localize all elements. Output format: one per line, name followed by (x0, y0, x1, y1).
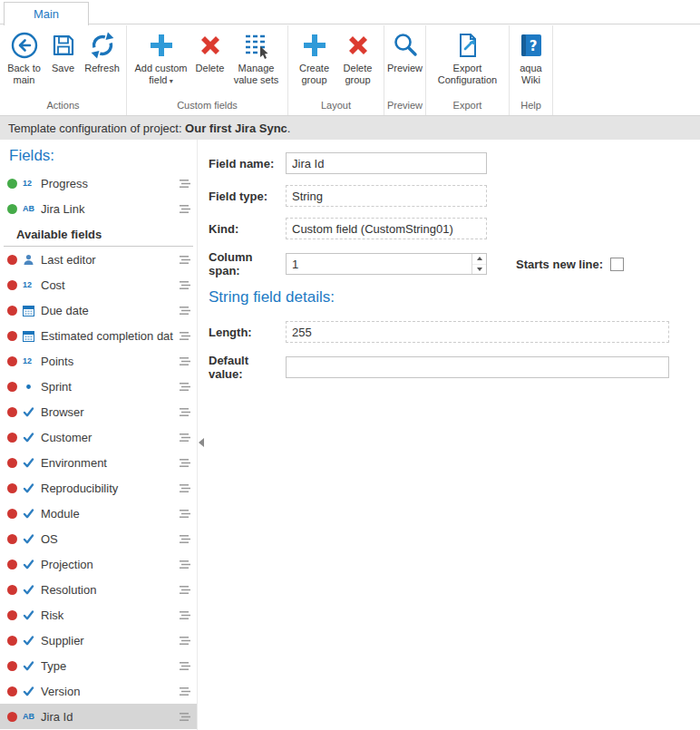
field-row-module[interactable]: Module (0, 501, 197, 526)
field-row-points[interactable]: 12Points (0, 348, 197, 374)
status-green-dot-icon (7, 179, 17, 189)
add-custom-field-button[interactable]: Add custom field ▾ (132, 31, 190, 87)
status-red-dot-icon (7, 560, 17, 569)
create-group-button[interactable]: Create group (293, 31, 336, 86)
ribbon-button-label: Create group (294, 63, 335, 86)
delete-button[interactable]: Delete (190, 31, 230, 74)
string-field-details-title: String field details: (209, 288, 669, 307)
field-row-cost[interactable]: 12Cost (0, 272, 197, 297)
field-row-progress[interactable]: 12Progress (0, 170, 197, 196)
refresh-icon (88, 31, 117, 63)
ribbon-tabstrip: Main (0, 0, 700, 24)
drag-handle-icon[interactable] (179, 636, 191, 646)
collapse-panel-arrow-icon[interactable] (199, 438, 204, 447)
drag-handle-icon[interactable] (179, 661, 191, 671)
save-button[interactable]: Save (45, 31, 82, 74)
manage-value-sets-button[interactable]: Manage value sets (230, 31, 283, 86)
drag-handle-icon[interactable] (179, 686, 191, 696)
drag-handle-icon[interactable] (179, 407, 191, 417)
drag-handle-icon[interactable] (179, 483, 191, 493)
titlebar-prefix: Template configuration of project: (8, 122, 185, 135)
field-label: Jira Id (41, 710, 175, 724)
status-red-dot-icon (7, 534, 17, 544)
preview-button[interactable]: Preview (385, 31, 425, 74)
drag-handle-icon[interactable] (179, 560, 191, 569)
kind-input[interactable] (286, 218, 487, 239)
check-icon (23, 533, 38, 545)
field-row-reproducibility[interactable]: Reproducibility (0, 475, 197, 501)
field-row-jira-link[interactable]: ABJira Link (0, 196, 197, 221)
ribbon-button-label: Export Configuration (431, 63, 505, 86)
field-row-browser[interactable]: Browser (0, 399, 197, 424)
field-row-estimated-completion-dat[interactable]: Estimated completion dat (0, 323, 197, 348)
text-icon: AB (23, 712, 38, 721)
check-icon (23, 660, 38, 672)
status-red-dot-icon (7, 712, 17, 722)
dropdown-arrow-icon: ▾ (167, 77, 172, 85)
drag-handle-icon[interactable] (179, 306, 191, 316)
back-to-main-button[interactable]: Back to main (4, 31, 45, 86)
drag-handle-icon[interactable] (179, 382, 191, 392)
refresh-button[interactable]: Refresh (82, 31, 123, 74)
user-icon (23, 254, 38, 266)
status-red-dot-icon (7, 407, 17, 417)
ribbon-group-label: Preview (384, 100, 425, 115)
field-row-customer[interactable]: Customer (0, 424, 197, 450)
field-row-projection[interactable]: Projection (0, 551, 197, 577)
export-configuration-button[interactable]: Export Configuration (430, 31, 506, 86)
aqua-wiki-button[interactable]: ?aqua Wiki (513, 31, 549, 86)
field-row-risk[interactable]: Risk (0, 602, 197, 628)
field-row-os[interactable]: OS (0, 526, 197, 551)
drag-handle-icon[interactable] (179, 356, 191, 366)
field-row-jira-id[interactable]: ABJira Id (0, 704, 197, 729)
save-icon (49, 31, 78, 63)
fields-panel: Fields: 12ProgressABJira Link Available … (0, 140, 198, 730)
field-row-sprint[interactable]: Sprint (0, 374, 197, 399)
drag-handle-icon[interactable] (179, 433, 191, 443)
drag-handle-icon[interactable] (179, 610, 191, 620)
drag-handle-icon[interactable] (179, 585, 191, 595)
calendar-icon (23, 305, 38, 316)
delete-group-button[interactable]: Delete group (336, 31, 380, 86)
check-icon (23, 432, 38, 443)
spin-down-button[interactable] (472, 265, 486, 275)
drag-handle-icon[interactable] (179, 712, 191, 722)
drag-handle-icon[interactable] (179, 255, 191, 265)
field-label: Customer (41, 431, 175, 444)
field-name-input[interactable] (286, 152, 487, 174)
drag-handle-icon[interactable] (179, 280, 191, 290)
spin-up-button[interactable] (472, 254, 486, 265)
column-span-input[interactable] (286, 253, 487, 275)
starts-new-line-checkbox[interactable] (610, 258, 624, 271)
project-name: Our first Jira Sync (185, 122, 287, 135)
drag-handle-icon[interactable] (179, 204, 191, 214)
length-input[interactable] (286, 321, 669, 343)
drag-handle-icon[interactable] (179, 534, 191, 544)
kind-label: Kind: (209, 222, 286, 236)
drag-handle-icon[interactable] (179, 179, 191, 189)
field-row-version[interactable]: Version (0, 678, 197, 704)
field-row-supplier[interactable]: Supplier (0, 628, 197, 653)
field-label: Jira Link (41, 202, 175, 216)
ribbon-button-label: Delete (196, 63, 225, 74)
drag-handle-icon[interactable] (179, 509, 191, 519)
check-icon (23, 482, 38, 494)
drag-handle-icon[interactable] (179, 331, 191, 341)
field-row-type[interactable]: Type (0, 653, 197, 678)
field-label: Supplier (41, 634, 175, 647)
check-icon (23, 457, 38, 469)
column-span-label: Column span: (209, 250, 286, 277)
field-row-resolution[interactable]: Resolution (0, 577, 197, 602)
field-type-input[interactable] (286, 185, 487, 207)
field-row-due-date[interactable]: Due date (0, 297, 197, 323)
tab-main[interactable]: Main (4, 2, 89, 25)
ribbon-button-label: Manage value sets (231, 63, 282, 86)
field-row-environment[interactable]: Environment (0, 450, 197, 475)
default-value-input[interactable] (286, 356, 669, 378)
status-green-dot-icon (7, 204, 17, 214)
field-row-last-editor[interactable]: Last editor (0, 247, 197, 272)
number-icon: 12 (23, 280, 38, 289)
field-editor-form: Field name: Field type: Kind: Column spa… (209, 140, 669, 392)
drag-handle-icon[interactable] (179, 458, 191, 468)
status-red-dot-icon (7, 280, 17, 290)
